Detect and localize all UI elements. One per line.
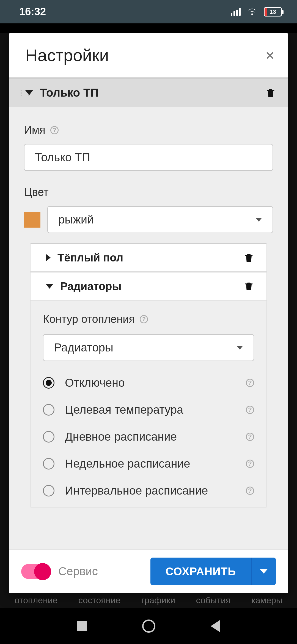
help-icon[interactable]: ?	[246, 487, 254, 495]
dialog-footer: Сервис СОХРАНИТЬ	[9, 549, 288, 593]
settings-dialog: Настройки × ⋮⋮ Только ТП Имя ? Только ТП	[9, 33, 288, 593]
status-time: 16:32	[19, 6, 46, 18]
drag-handle-icon[interactable]: ⋮⋮	[17, 91, 20, 94]
android-navbar	[0, 608, 297, 644]
help-icon[interactable]: ?	[140, 315, 148, 323]
nav-home-icon[interactable]	[142, 620, 155, 633]
wifi-icon	[247, 6, 258, 17]
color-label: Цвет	[24, 186, 273, 198]
app-bar-behind	[0, 23, 297, 33]
status-bar: 16:32 13	[0, 0, 297, 23]
radio-icon[interactable]	[43, 485, 54, 496]
dialog-header: Настройки ×	[9, 33, 288, 77]
background-tabs: отопление состояние графики события каме…	[0, 593, 297, 608]
save-dropdown-button[interactable]	[251, 558, 276, 585]
help-icon[interactable]: ?	[246, 460, 254, 468]
chevron-down-icon	[237, 346, 243, 350]
trash-icon[interactable]	[265, 87, 277, 99]
mode-option[interactable]: Дневное расписание ?	[43, 423, 254, 450]
nav-back-icon[interactable]	[211, 620, 220, 632]
mode-option[interactable]: Целевая температура ?	[43, 396, 254, 423]
name-label: Имя ?	[24, 124, 273, 136]
help-icon[interactable]: ?	[246, 379, 254, 387]
subpanel-radiators[interactable]: Радиаторы	[31, 272, 266, 301]
caret-right-icon	[46, 254, 51, 261]
signal-icon	[231, 8, 241, 16]
trash-icon[interactable]	[243, 280, 255, 292]
section-title: Только ТП	[40, 86, 99, 99]
subpanel-title: Радиаторы	[60, 280, 122, 293]
subpanel-title: Тёплый пол	[57, 252, 123, 264]
mode-radio-group: Отключено ? Целевая температура ? Дневно…	[43, 369, 254, 504]
trash-icon[interactable]	[243, 252, 255, 264]
service-label: Сервис	[58, 565, 98, 578]
contour-label: Контур отопления ?	[43, 313, 254, 325]
radio-icon[interactable]	[43, 404, 54, 416]
help-icon[interactable]: ?	[246, 433, 254, 441]
service-toggle[interactable]	[21, 564, 50, 579]
chevron-down-icon	[260, 569, 268, 574]
form-area: Имя ? Только ТП Цвет рыжий	[9, 107, 288, 516]
sub-panels: Тёплый пол Радиаторы	[30, 243, 267, 507]
radio-icon[interactable]	[43, 377, 54, 389]
mode-option[interactable]: Недельное расписание ?	[43, 450, 254, 477]
color-select[interactable]: рыжий	[47, 206, 273, 233]
mode-option[interactable]: Интервальное расписание ?	[43, 477, 254, 504]
help-icon[interactable]: ?	[246, 406, 254, 414]
dialog-body: ⋮⋮ Только ТП Имя ? Только ТП Цвет	[9, 77, 288, 549]
color-swatch[interactable]	[24, 212, 40, 228]
battery-icon: 13	[264, 7, 282, 17]
radio-icon[interactable]	[43, 431, 54, 443]
close-icon[interactable]: ×	[265, 48, 274, 63]
caret-down-icon	[25, 90, 33, 95]
section-header-main[interactable]: ⋮⋮ Только ТП	[9, 78, 288, 107]
chevron-down-icon	[255, 218, 262, 222]
contour-select[interactable]: Радиаторы	[43, 334, 254, 361]
mode-option[interactable]: Отключено ?	[43, 369, 254, 396]
radiators-body: Контур отопления ? Радиаторы Отключено ?	[31, 301, 266, 507]
radio-icon[interactable]	[43, 458, 54, 470]
help-icon[interactable]: ?	[50, 126, 59, 134]
battery-percent: 13	[265, 8, 281, 16]
nav-recent-icon[interactable]	[77, 621, 87, 631]
dialog-title: Настройки	[25, 45, 109, 65]
subpanel-warm-floor[interactable]: Тёплый пол	[31, 243, 266, 272]
name-input[interactable]: Только ТП	[24, 144, 273, 171]
caret-down-icon	[46, 284, 53, 289]
save-button[interactable]: СОХРАНИТЬ	[150, 558, 251, 585]
